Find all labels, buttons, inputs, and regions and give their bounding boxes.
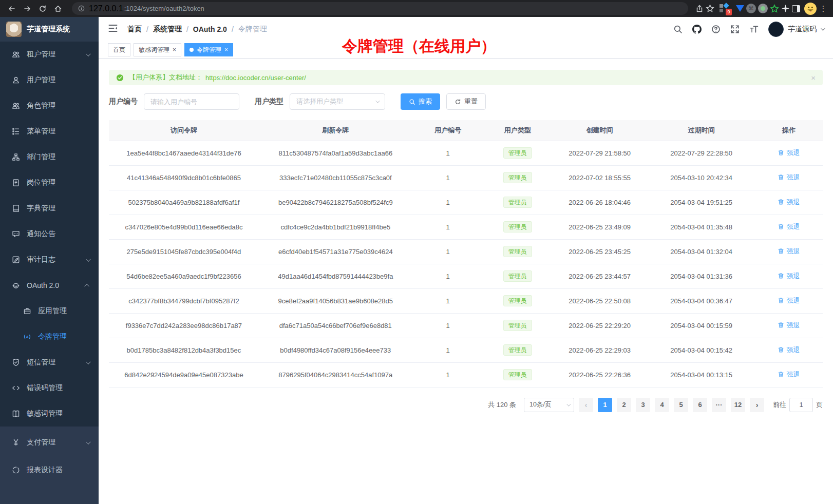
prev-page-button[interactable]: ‹ [579, 398, 593, 412]
sidebar-item-notice[interactable]: 通知公告 [0, 221, 99, 247]
page-button-2[interactable]: 2 [617, 398, 631, 412]
app-logo[interactable]: 芋道管理系统 [0, 17, 99, 42]
sidebar-item-error-code[interactable]: 错误码管理 [0, 375, 99, 401]
trash-icon [778, 322, 784, 328]
help-icon[interactable] [711, 25, 721, 34]
force-logout-button[interactable]: 强退 [778, 272, 800, 281]
record-extension-icon[interactable] [758, 2, 768, 15]
search-button[interactable]: 搜索 [401, 93, 440, 110]
expires-cell: 2054-03-04 01:32:04 [648, 239, 755, 264]
share-icon[interactable] [695, 2, 704, 15]
force-logout-button[interactable]: 强退 [778, 222, 800, 231]
url-host: 127.0.0.1 [89, 4, 123, 13]
sidebar-item-oauth2[interactable]: OAuth 2.0 [0, 273, 99, 298]
trash-icon [778, 174, 784, 181]
fullscreen-icon[interactable] [730, 25, 740, 34]
page-button-3[interactable]: 3 [636, 398, 650, 412]
breadcrumb-item-oauth2[interactable]: OAuth 2.0 [193, 25, 227, 33]
sidebar-item-role[interactable]: 角色管理 [0, 93, 99, 119]
force-logout-button[interactable]: 强退 [778, 370, 800, 379]
font-size-icon[interactable] [749, 25, 759, 34]
profile-avatar[interactable] [804, 2, 817, 15]
sidebar-item-report-designer[interactable]: 报表设计器 [0, 456, 99, 484]
access-token-cell: f9336e7c7dd242a283ee98dc86b17a87 [109, 313, 259, 338]
side-panel-icon[interactable] [792, 2, 800, 15]
breadcrumb-item-home[interactable]: 首页 [127, 25, 142, 34]
close-icon[interactable]: × [173, 47, 176, 53]
goto-page-input[interactable] [789, 398, 813, 412]
gem-extension-icon[interactable] [736, 2, 744, 15]
page-button-4[interactable]: 4 [655, 398, 669, 412]
table-row: b0d1785bc3a8482f812db4a3f3bd15ec b0df498… [109, 338, 823, 362]
sidebar-item-dept[interactable]: 部门管理 [0, 144, 99, 170]
close-icon[interactable]: × [224, 47, 228, 53]
search-icon[interactable] [673, 25, 683, 34]
refresh-token-cell: 49d1aa46d1454fbd87591444423be9fa [259, 264, 412, 288]
github-icon[interactable] [692, 25, 702, 34]
address-bar[interactable]: 127.0.0.1:1024/system/oauth2/token [72, 2, 688, 15]
page-size-select[interactable]: 10条/页 [524, 398, 574, 412]
access-token-cell: 41c41346a548490f9dc8b01c6bfe0865 [109, 165, 259, 190]
expires-cell: 2022-07-29 22:28:50 [648, 141, 755, 165]
sidebar-collapse-icon[interactable] [108, 23, 118, 35]
bookmark-star-icon[interactable] [706, 2, 714, 15]
user-type-select[interactable]: 请选择用户类型 [290, 93, 385, 110]
page-button-···[interactable]: ··· [712, 398, 726, 412]
tab-0[interactable]: 首页 [108, 43, 130, 56]
browser-menu-icon[interactable]: ⋮ [819, 2, 828, 15]
alert-close-icon[interactable]: × [811, 73, 816, 82]
breadcrumb: 首页 / 系统管理 / OAuth 2.0 / 令牌管理 [127, 25, 267, 34]
column-expires: 过期时间 [648, 120, 755, 141]
sidebar-item-oauth2-app[interactable]: 应用管理 [0, 298, 99, 324]
user-menu[interactable]: 芋道源码 [768, 22, 824, 37]
sidebar-item-pay[interactable]: 支付管理 [0, 429, 99, 456]
user-type-cell: 管理员 [484, 165, 552, 190]
next-page-button[interactable]: › [750, 398, 764, 412]
force-logout-button[interactable]: 强退 [778, 247, 800, 256]
column-refresh-token: 刷新令牌 [259, 120, 412, 141]
access-token-cell: 502375b8040a469a9b82188afdf6af1f [109, 190, 259, 215]
force-logout-button[interactable]: 强退 [778, 173, 800, 182]
user-type-badge: 管理员 [503, 320, 532, 331]
reload-button[interactable] [36, 2, 49, 15]
doc-link[interactable]: https://doc.iocoder.cn/user-center/ [205, 74, 306, 82]
force-logout-button[interactable]: 强退 [778, 345, 800, 355]
expires-cell: 2054-03-04 00:15:42 [648, 338, 755, 362]
tab-1[interactable]: 敏感词管理 × [134, 43, 181, 56]
sidebar-item-user[interactable]: 用户管理 [0, 67, 99, 93]
sidebar-item-sms[interactable]: 短信管理 [0, 350, 99, 375]
spark-extension-icon[interactable] [781, 2, 790, 15]
sidebar-item-menu[interactable]: 菜单管理 [0, 119, 99, 144]
forward-button[interactable] [21, 2, 34, 15]
chevron-down-icon [86, 257, 91, 262]
page-button-12[interactable]: 12 [731, 398, 745, 412]
breadcrumb-item-system[interactable]: 系统管理 [153, 25, 182, 34]
force-logout-button[interactable]: 强退 [778, 296, 800, 305]
sidebar-item-audit-log[interactable]: 审计日志 [0, 247, 99, 273]
user-type-cell: 管理员 [484, 190, 552, 215]
page-button-5[interactable]: 5 [674, 398, 688, 412]
green-star-extension-icon[interactable] [770, 2, 779, 15]
tab-2[interactable]: 令牌管理 × [184, 43, 233, 56]
sidebar-item-oauth2-token[interactable]: A 令牌管理 [0, 324, 99, 350]
action-cell: 强退 [755, 362, 823, 387]
sidebar-item-dict[interactable]: 字典管理 [0, 196, 99, 221]
user-id-input[interactable] [144, 93, 239, 110]
sidebar-item-sensitive-word[interactable]: 敏感词管理 [0, 401, 99, 427]
page-button-1[interactable]: 1 [598, 398, 612, 412]
back-button[interactable] [5, 2, 18, 15]
expires-cell: 2054-03-04 00:13:15 [648, 362, 755, 387]
page-button-6[interactable]: 6 [693, 398, 707, 412]
user-type-badge: 管理员 [503, 344, 532, 356]
user-id-cell: 1 [412, 362, 484, 387]
sidebar-item-tenant[interactable]: 租户管理 [0, 42, 99, 67]
breadcrumb-separator: / [146, 25, 148, 33]
sidebar-item-post[interactable]: 岗位管理 [0, 170, 99, 196]
force-logout-button[interactable]: 强退 [778, 198, 800, 207]
home-button[interactable] [51, 2, 65, 15]
force-logout-button[interactable]: 强退 [778, 148, 800, 158]
force-logout-button[interactable]: 强退 [778, 321, 800, 330]
reset-button[interactable]: 重置 [446, 93, 486, 110]
extension-collection-icon[interactable]: 9 [720, 2, 730, 15]
command-extension-icon[interactable]: ⌘ [746, 2, 756, 15]
